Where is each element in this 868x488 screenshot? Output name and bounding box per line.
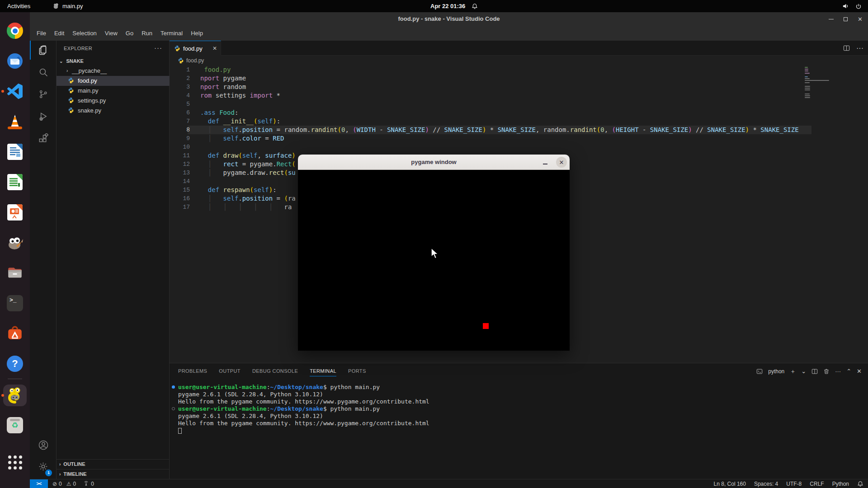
- code-line[interactable]: │ pygame.draw.rect(su: [200, 169, 296, 177]
- notifications-bell-icon[interactable]: [857, 479, 863, 488]
- activities-button[interactable]: Activities: [7, 0, 30, 12]
- more-actions-icon[interactable]: ···: [856, 44, 863, 52]
- language-indicator[interactable]: Python: [832, 479, 849, 488]
- code-line[interactable]: nport pygame: [200, 74, 246, 83]
- tab-food-py[interactable]: food.py ✕: [170, 41, 221, 56]
- panel-tab-ports[interactable]: PORTS: [348, 363, 366, 379]
- menu-run[interactable]: Run: [137, 28, 156, 39]
- close-icon[interactable]: ✕: [858, 16, 863, 22]
- file-label: snake.py: [78, 106, 101, 116]
- focused-app-indicator[interactable]: main.py: [52, 0, 83, 12]
- dock-item-libreoffice-calc[interactable]: [6, 173, 24, 191]
- file-tree-item--pycache-[interactable]: ›__pycache__: [57, 66, 170, 76]
- terminal-line: pygame 2.6.1 (SDL 2.28.4, Python 3.10.12…: [178, 413, 323, 420]
- dock-item-ubuntu-software[interactable]: [6, 324, 24, 343]
- section-timeline[interactable]: ›TIMELINE: [57, 469, 170, 479]
- split-editor-icon[interactable]: [843, 45, 850, 52]
- panel-tab-output[interactable]: OUTPUT: [219, 363, 241, 379]
- minimap[interactable]: [805, 66, 862, 363]
- dock-item-gimp[interactable]: [6, 234, 24, 252]
- dock-item-vscode[interactable]: [6, 82, 24, 100]
- problems-status[interactable]: ⊘ 0 ⚠ 0: [52, 479, 76, 488]
- file-tree-item-settings-py[interactable]: settings.py: [57, 96, 170, 106]
- code-line[interactable]: rom settings import *: [200, 91, 280, 100]
- dock-item-thunderbird[interactable]: [6, 52, 24, 70]
- dock-item-pygame[interactable]: [6, 386, 24, 404]
- pygame-minimize-button[interactable]: [540, 157, 551, 168]
- menu-selection[interactable]: Selection: [68, 28, 100, 39]
- split-terminal-icon[interactable]: [811, 368, 818, 375]
- clock-group[interactable]: Apr 22 01:36: [430, 0, 478, 12]
- dock-item-trash[interactable]: ♻: [6, 416, 24, 434]
- vscode-titlebar[interactable]: food.py - snake - Visual Studio Code ✕: [30, 12, 868, 26]
- activity-extensions[interactable]: [30, 127, 57, 149]
- new-terminal-icon[interactable]: ＋: [790, 367, 796, 375]
- encoding-indicator[interactable]: UTF-8: [786, 479, 802, 488]
- file-tree-item-snake-py[interactable]: snake.py: [57, 106, 170, 116]
- panel-tab-problems[interactable]: PROBLEMS: [178, 363, 207, 379]
- explorer-more-icon[interactable]: ···: [154, 41, 162, 56]
- kill-terminal-icon[interactable]: [823, 368, 830, 375]
- code-line[interactable]: def __init__(self):: [200, 117, 280, 126]
- menu-view[interactable]: View: [101, 28, 122, 39]
- pygame-close-button[interactable]: ✕: [556, 157, 567, 168]
- minimap-line: [805, 78, 810, 79]
- menu-terminal[interactable]: Terminal: [156, 28, 187, 39]
- eol-indicator[interactable]: CRLF: [810, 479, 824, 488]
- code-line[interactable]: .ass Food:: [200, 108, 238, 117]
- errors-icon: ⊘: [52, 481, 57, 487]
- terminal-output[interactable]: user@user-virtual-machine:~/Desktop/snak…: [170, 381, 868, 479]
- dock-item-files[interactable]: [6, 264, 24, 282]
- code-line[interactable]: │ self.position = (ra: [200, 194, 296, 203]
- tab-close-icon[interactable]: ✕: [212, 45, 217, 52]
- code-line[interactable]: │ │ │ │ │ ra: [200, 203, 292, 211]
- remote-indicator[interactable]: ><: [30, 479, 48, 488]
- menu-go[interactable]: Go: [122, 28, 137, 39]
- activity-run-debug[interactable]: [30, 105, 57, 127]
- explorer-title: EXPLORER: [64, 41, 92, 56]
- activity-explorer[interactable]: [30, 39, 57, 61]
- panel-tab-debug-console[interactable]: DEBUG CONSOLE: [252, 363, 298, 379]
- dock-item-vlc[interactable]: [6, 113, 24, 131]
- dock-item-libreoffice-writer[interactable]: [6, 143, 24, 161]
- line-col-indicator[interactable]: Ln 8, Col 160: [714, 479, 746, 488]
- section-outline[interactable]: ›OUTLINE: [57, 459, 170, 469]
- project-root-folder[interactable]: ⌄ SNAKE: [57, 56, 170, 66]
- activity-settings[interactable]: 1: [30, 455, 57, 477]
- indentation-indicator[interactable]: Spaces: 4: [754, 479, 778, 488]
- activity-search[interactable]: [30, 61, 57, 83]
- running-indicator-dot: [1, 394, 4, 397]
- close-panel-icon[interactable]: ✕: [857, 368, 862, 375]
- system-tray[interactable]: [842, 0, 862, 12]
- dock-item-terminal[interactable]: >_: [6, 294, 24, 312]
- activity-source-control[interactable]: [30, 83, 57, 105]
- dock-item-help[interactable]: ?: [6, 355, 24, 373]
- panel-tab-terminal[interactable]: TERMINAL: [310, 363, 336, 379]
- dock-item-chrome[interactable]: [6, 22, 24, 40]
- code-line[interactable]: food.py: [200, 66, 231, 74]
- menu-help[interactable]: Help: [187, 28, 207, 39]
- file-tree-item-food-py[interactable]: food.py: [57, 76, 170, 86]
- restore-icon[interactable]: [844, 17, 848, 21]
- dock-item-libreoffice-impress[interactable]: [6, 203, 24, 221]
- breadcrumb[interactable]: food.py: [170, 56, 868, 66]
- terminal-dropdown-icon[interactable]: ⌄: [801, 368, 806, 375]
- panel-more-icon[interactable]: ···: [835, 368, 841, 375]
- activity-account[interactable]: [30, 434, 57, 456]
- minimize-icon[interactable]: [829, 19, 834, 19]
- maximize-panel-icon[interactable]: ⌃: [846, 368, 851, 375]
- file-tree-item-main-py[interactable]: main.py: [57, 86, 170, 96]
- menu-file[interactable]: File: [33, 28, 50, 39]
- warnings-count: 0: [73, 481, 76, 487]
- menu-edit[interactable]: Edit: [50, 28, 68, 39]
- code-line[interactable]: │ rect = pygame.Rect(: [200, 160, 296, 169]
- code-line[interactable]: def draw(self, surface): [200, 151, 296, 160]
- dock-item-app-grid[interactable]: [6, 453, 24, 471]
- pygame-titlebar[interactable]: pygame window ✕: [298, 155, 570, 170]
- code-line[interactable]: │ self.position = random.randint(0, (WID…: [200, 126, 799, 134]
- ports-status[interactable]: 0: [83, 479, 94, 488]
- code-line[interactable]: nport random: [200, 83, 246, 91]
- code-line[interactable]: def respawn(self):: [200, 186, 277, 194]
- code-line[interactable]: │ self.color = RED: [200, 134, 284, 143]
- pygame-icon: [6, 386, 24, 404]
